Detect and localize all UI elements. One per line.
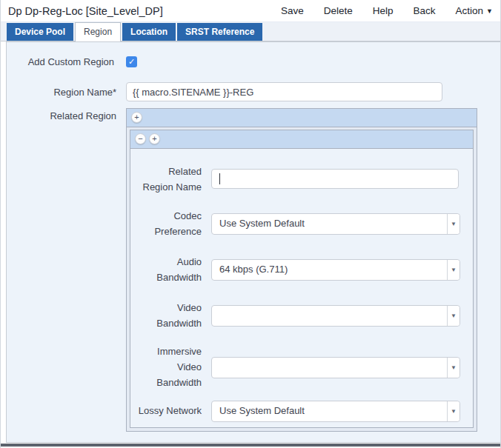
audio-bandwidth-label: Audio Bandwidth: [130, 259, 202, 279]
dropdown-caret-icon: ▼: [447, 401, 459, 421]
tab-srst-reference[interactable]: SRST Reference: [177, 23, 262, 41]
caret-down-icon: ▼: [486, 7, 493, 15]
codec-preference-select[interactable]: Use System Default ▼: [211, 213, 460, 235]
tab-device-pool[interactable]: Device Pool: [7, 23, 73, 41]
related-region-name-field: [211, 169, 459, 189]
related-region-panel: + − + Related Region Name: [126, 108, 477, 432]
add-related-region-button[interactable]: +: [131, 112, 142, 123]
checkmark-icon: ✓: [128, 57, 135, 67]
text-cursor: [219, 173, 220, 184]
related-region-name-label: Related Region Name: [130, 169, 202, 189]
back-button[interactable]: Back: [414, 5, 436, 16]
dropdown-caret-icon: ▼: [447, 214, 459, 234]
plus-icon: +: [152, 134, 156, 143]
codec-preference-label: Codec Preference: [130, 213, 202, 233]
video-bandwidth-label: Video Bandwidth: [130, 305, 202, 325]
region-name-label: Region Name*: [7, 82, 116, 101]
minus-icon: −: [138, 134, 142, 143]
help-button[interactable]: Help: [373, 5, 394, 16]
related-region-name-input[interactable]: [211, 169, 459, 189]
add-related-region-row-button[interactable]: +: [149, 133, 160, 144]
action-label: Action: [456, 5, 484, 16]
related-region-item-header: − +: [130, 130, 473, 149]
delete-button[interactable]: Delete: [324, 5, 353, 16]
tab-bar: Device Pool Region Location SRST Referen…: [1, 22, 500, 41]
video-bandwidth-select[interactable]: ▼: [211, 305, 460, 327]
form-content: Add Custom Region ✓ Region Name* Related…: [6, 41, 501, 443]
audio-bandwidth-select[interactable]: 64 kbps (G.711) ▼: [211, 259, 460, 281]
plus-icon: +: [134, 113, 139, 121]
tab-region[interactable]: Region: [75, 22, 121, 41]
related-region-item-panel: − + Related Region Name Codec: [130, 130, 474, 428]
dropdown-caret-icon: ▼: [447, 306, 459, 326]
save-button[interactable]: Save: [281, 5, 304, 16]
add-custom-region-checkbox[interactable]: ✓: [126, 56, 137, 67]
bottom-edge-bar: [1, 444, 501, 447]
page-title: Dp Dp-Reg-Loc [Site_Level_DP]: [8, 5, 163, 17]
related-region-label: Related Region: [7, 107, 116, 124]
immersive-video-bandwidth-label: Immersive Video Bandwidth: [130, 357, 202, 377]
lossy-network-select[interactable]: Use System Default ▼: [211, 401, 460, 422]
add-custom-region-label: Add Custom Region: [7, 55, 114, 68]
immersive-video-bandwidth-select[interactable]: ▼: [211, 357, 460, 378]
lossy-network-label: Lossy Network: [130, 401, 202, 421]
app-window: Dp Dp-Reg-Loc [Site_Level_DP] Save Delet…: [0, 0, 501, 448]
related-region-item-body: Related Region Name Codec Preference: [130, 148, 473, 427]
action-menu-button[interactable]: Action▼: [456, 5, 493, 16]
dropdown-caret-icon: ▼: [447, 260, 459, 280]
region-name-input[interactable]: [126, 82, 442, 101]
dropdown-caret-icon: ▼: [447, 358, 459, 378]
tab-location[interactable]: Location: [122, 23, 176, 41]
toolbar: Save Delete Help Back Action▼: [281, 5, 493, 16]
top-bar: Dp Dp-Reg-Loc [Site_Level_DP] Save Delet…: [1, 0, 500, 22]
related-region-panel-header: +: [127, 109, 477, 127]
remove-related-region-button[interactable]: −: [135, 133, 146, 144]
